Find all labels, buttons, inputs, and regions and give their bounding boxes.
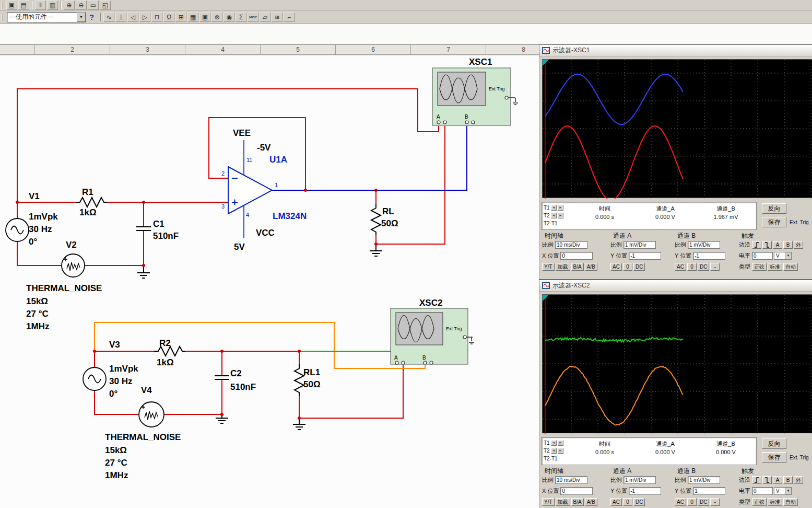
spreadsheet-view-icon[interactable]: ▤ [18,1,29,10]
channel-b-zero-button[interactable]: 0 [687,263,697,271]
cursor-t1-right-button[interactable]: ► [558,205,563,211]
trigger-type-normal-button[interactable]: 标准 [768,498,782,506]
noise-source-v2[interactable] [62,254,85,277]
trigger-source-ext-button[interactable]: 外 [794,476,803,484]
cursor-t2-left-button[interactable]: ◄ [551,213,557,218]
help-icon[interactable]: ? [89,13,94,21]
wire-green[interactable] [299,351,397,365]
chevron-down-icon[interactable]: ▼ [785,488,791,494]
trigger-source-ext-button[interactable]: 外 [794,241,803,249]
rf-icon[interactable]: ≋ [272,13,283,22]
save-button[interactable]: 保存 [762,452,786,463]
channel-b-scale-input[interactable]: 1 mV/Div [688,476,720,484]
ab-mode-button[interactable]: A/B [585,498,597,506]
indicator-icon[interactable]: ◉ [223,13,234,22]
probe-icon[interactable]: ▥ [47,1,58,10]
transistor-icon[interactable]: ▷ [139,13,150,22]
design-toolbox-icon[interactable]: ▣ [6,1,17,10]
resistor-rl1[interactable] [295,364,304,396]
reverse-button[interactable]: 反向 [762,438,786,449]
channel-a-ypos-input[interactable]: -1 [629,252,661,260]
zoom-in-icon[interactable]: ⊕ [64,1,75,10]
channel-a-dc-button[interactable]: DC [633,498,645,506]
cursor-t1-left-button[interactable]: ◄ [551,440,557,446]
trigger-source-b-button[interactable]: B [783,241,793,249]
timebase-scale-input[interactable]: 10 ms/Div [555,476,587,484]
wire-blue[interactable] [272,126,467,190]
channel-b-dc-button[interactable]: DC [698,498,709,506]
capacitor-c2[interactable] [215,376,229,379]
trigger-type-sine-button[interactable]: 正弦 [752,498,767,506]
trigger-type-auto-button[interactable]: 自动 [783,498,798,506]
channel-b-ypos-input[interactable]: -1 [693,252,725,260]
channel-b-invert-button[interactable]: - [710,263,720,271]
misc-icon[interactable]: MISC [248,13,258,22]
trigger-type-sine-button[interactable]: 正弦 [752,263,767,271]
toolbar-grip[interactable] [2,14,3,21]
cursor-t1-left-button[interactable]: ◄ [551,205,557,211]
toolbar-grip[interactable] [2,2,3,9]
channel-b-ac-button[interactable]: AC [675,498,686,506]
yt-mode-button[interactable]: Y/T [542,498,555,506]
ground-icon[interactable]: ⊥ [115,13,126,22]
schematic-workspace[interactable]: Ext Trig A B Ext Trig A B [0,55,539,508]
cursor-marker-icon[interactable] [543,295,549,301]
channel-a-dc-button[interactable]: DC [633,263,645,271]
resistor-r1[interactable] [76,198,107,207]
in-use-list-select[interactable]: ---使用的元件--- ▼ [7,12,86,22]
wire-orange[interactable] [95,322,425,368]
save-button[interactable]: 保存 [762,217,786,227]
trigger-source-b-button[interactable]: B [783,476,793,484]
pause-icon[interactable]: ‖ [35,1,46,10]
channel-b-scale-input[interactable]: 1 mV/Div [688,241,720,249]
cmos-icon[interactable]: ▦ [187,13,198,22]
cursor-t2-right-button[interactable]: ► [558,448,563,454]
zoom-fit-icon[interactable]: ◱ [100,1,111,10]
source-icon[interactable]: ∿ [103,13,114,22]
analog-icon[interactable]: ⊓ [151,13,162,22]
capacitor-c1[interactable] [136,227,151,230]
zoom-out-icon[interactable]: ⊖ [76,1,87,10]
channel-a-scale-input[interactable]: 1 mV/Div [623,476,656,484]
ab-mode-button[interactable]: A/B [585,263,597,271]
trigger-unit-select[interactable]: V▼ [774,252,792,260]
channel-b-ac-button[interactable]: AC [675,263,686,271]
electromech-icon[interactable]: ⌐ [284,13,295,22]
digital-icon[interactable]: ▣ [199,13,210,22]
channel-a-ypos-input[interactable]: -1 [629,487,661,495]
reverse-button[interactable]: 反向 [762,203,786,214]
trigger-level-input[interactable]: 0 [752,252,773,260]
oscilloscope-icon-xsc2[interactable]: Ext Trig A B [391,308,474,364]
add-mode-button[interactable]: 加载 [556,498,570,506]
window-titlebar[interactable]: 示波器-XSC2 [539,280,812,292]
trigger-type-normal-button[interactable]: 标准 [768,263,782,271]
diode-icon[interactable]: ◁ [127,13,138,22]
ground-symbol[interactable] [370,244,382,256]
cursor-t2-right-button[interactable]: ► [558,213,563,218]
peripheral-icon[interactable]: ▱ [260,13,270,22]
power-icon[interactable]: Σ [236,13,246,22]
channel-a-scale-input[interactable]: 1 mV/Div [623,241,656,249]
zoom-area-icon[interactable]: ▭ [88,1,99,10]
trigger-source-a-button[interactable]: A [773,241,782,249]
opamp-u1a[interactable] [228,140,272,238]
add-mode-button[interactable]: 加载 [556,263,570,271]
yt-mode-button[interactable]: Y/T [542,263,555,271]
cursor-t2-left-button[interactable]: ◄ [551,448,557,454]
channel-a-zero-button[interactable]: 0 [623,263,632,271]
ground-symbol[interactable] [137,265,150,278]
noise-source-v4[interactable] [139,402,164,427]
mixed-icon[interactable]: ⊗ [211,13,222,22]
ttl-icon[interactable]: ⊞ [175,13,186,22]
chevron-down-icon[interactable]: ▼ [77,13,86,22]
ground-symbol[interactable] [293,418,305,430]
channel-b-zero-button[interactable]: 0 [687,498,697,506]
resistor-rl[interactable] [371,204,381,235]
channel-b-invert-button[interactable]: - [710,498,720,506]
channel-a-ac-button[interactable]: AC [610,263,622,271]
trigger-unit-select[interactable]: V▼ [774,487,792,495]
timebase-xpos-input[interactable]: 0 [560,252,593,260]
ba-mode-button[interactable]: B/A [571,263,584,271]
chevron-down-icon[interactable]: ▼ [785,252,791,259]
timebase-scale-input[interactable]: 10 ms/Div [555,241,587,249]
